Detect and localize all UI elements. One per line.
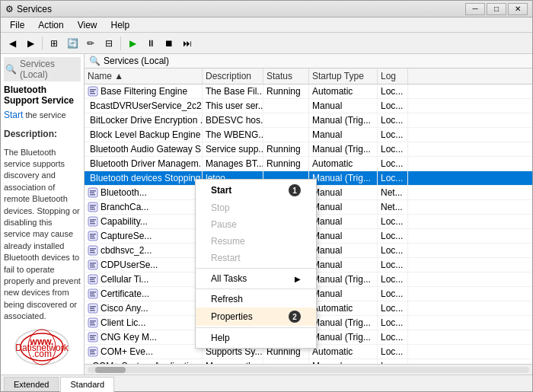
table-row[interactable]: COM+ System Application Manages th... Ma… — [85, 359, 532, 364]
svg-rect-43 — [90, 219, 96, 221]
svg-rect-40 — [90, 207, 94, 209]
service-name-cell: Cellular Ti... — [85, 272, 203, 286]
svg-rect-72 — [90, 323, 94, 324]
menu-action[interactable]: Action — [32, 18, 69, 32]
properties-toolbar-button[interactable]: ⊟ — [101, 35, 117, 52]
service-name-cell: Capability... — [85, 215, 203, 228]
restart-service-button[interactable]: ⏭ — [179, 35, 196, 52]
service-name-cell: Bluetooth Audio Gateway S... — [85, 142, 203, 156]
service-startup-cell: Manual (Trig... — [309, 113, 378, 127]
show-hide-button[interactable]: ⊞ — [46, 35, 62, 52]
context-menu-item-refresh[interactable]: Refresh — [196, 291, 316, 308]
service-desc-cell: Manages th... — [203, 359, 263, 364]
table-row[interactable]: Block Level Backup Engine ... The WBENG.… — [85, 128, 532, 142]
pause-service-button[interactable]: ⏸ — [142, 35, 159, 52]
stop-service-button[interactable]: ⏹ — [161, 35, 177, 52]
service-name-cell: COM+ System Application — [85, 359, 203, 364]
horizontal-scrollbar[interactable] — [85, 364, 532, 374]
context-menu-item-help[interactable]: Help — [196, 330, 316, 346]
table-row[interactable]: BitLocker Drive Encryption ... BDESVC ho… — [85, 113, 532, 128]
svg-rect-55 — [90, 263, 96, 264]
service-name-cell: Block Level Backup Engine ... — [85, 128, 203, 142]
service-log-cell: Loc... — [378, 171, 408, 185]
context-menu-item-properties[interactable]: Properties2 — [196, 308, 316, 326]
start-service-link[interactable]: Start — [4, 110, 23, 120]
col-header-status[interactable]: Status — [263, 69, 309, 84]
maximize-button[interactable]: □ — [487, 3, 506, 15]
service-name-cell: CDPUserSe... — [85, 258, 203, 272]
svg-rect-53 — [90, 252, 95, 253]
service-log-cell: Loc... — [378, 84, 408, 98]
svg-rect-36 — [90, 193, 94, 194]
left-panel-title: 🔍 Services (Local) — [4, 57, 81, 81]
context-menu-separator — [196, 268, 316, 269]
svg-rect-79 — [90, 349, 96, 351]
service-status-cell — [263, 113, 309, 127]
service-log-cell: Loc... — [378, 258, 408, 272]
col-header-description[interactable]: Description — [203, 69, 263, 84]
service-log-cell: Loc... — [378, 330, 408, 344]
start-service-button[interactable]: ▶ — [124, 35, 141, 52]
menu-file[interactable]: File — [4, 18, 30, 32]
scroll-thumb[interactable] — [95, 367, 126, 373]
title-buttons: ─ □ ✕ — [465, 3, 528, 15]
svg-rect-59 — [90, 277, 96, 279]
service-name-cell: Cisco Any... — [85, 301, 203, 315]
table-row[interactable]: BcastDVRUserService_2c225 This user ser.… — [85, 99, 532, 113]
service-name-cell: Bluetooth... — [85, 186, 203, 199]
main-content: 🔍 Services (Local) Bluetooth Support Ser… — [1, 54, 532, 374]
service-startup-cell: Automatic — [309, 301, 378, 315]
col-header-startup[interactable]: Startup Type — [309, 69, 378, 84]
menu-help[interactable]: Help — [105, 18, 136, 32]
service-desc-cell: The WBENG... — [203, 128, 263, 142]
service-name-cell: CNG Key M... — [85, 330, 203, 344]
service-log-cell: Loc... — [378, 128, 408, 142]
table-row[interactable]: Bluetooth Audio Gateway S... Service sup… — [85, 142, 532, 157]
services-window: ⚙ Services ─ □ ✕ File Action View Help ◀… — [0, 0, 533, 392]
context-menu-item-start[interactable]: Start1 — [196, 181, 316, 199]
service-startup-cell: Manual — [309, 128, 378, 142]
svg-rect-44 — [90, 221, 94, 223]
tab-extended[interactable]: Extended — [4, 377, 59, 391]
svg-rect-49 — [90, 237, 95, 239]
svg-rect-71 — [90, 320, 96, 322]
svg-rect-81 — [90, 353, 95, 355]
services-table: Name ▲ Description Status Startup Type L… — [85, 69, 532, 364]
back-button[interactable]: ◀ — [4, 35, 21, 52]
service-name-cell: Base Filtering Engine — [85, 84, 203, 98]
service-name-cell: BcastDVRUserService_2c225 — [85, 99, 203, 113]
service-log-cell: Loc... — [378, 215, 408, 228]
service-log-cell: Loc... — [378, 345, 408, 359]
service-log-cell: Loc... — [378, 157, 408, 171]
col-header-name[interactable]: Name ▲ — [85, 69, 203, 84]
context-menu: Start1StopPauseResumeRestartAll Tasks▶Re… — [195, 179, 317, 349]
service-startup-cell: Manual — [309, 244, 378, 257]
svg-rect-64 — [90, 294, 94, 295]
service-log-cell: Loc... — [378, 229, 408, 243]
table-row[interactable]: Bluetooth Driver Managem... Manages BT..… — [85, 157, 532, 171]
service-name-cell: Client Lic... — [85, 316, 203, 330]
tab-standard[interactable]: Standard — [60, 377, 114, 392]
service-logo: www. Datisnetwork .com — [4, 328, 81, 366]
window-title: Services — [17, 4, 52, 14]
refresh-button[interactable]: 🔄 — [64, 35, 81, 52]
minimize-button[interactable]: ─ — [465, 3, 485, 15]
context-menu-item-all-tasks[interactable]: All Tasks▶ — [196, 270, 316, 287]
svg-rect-39 — [90, 205, 96, 206]
service-name-cell: BitLocker Drive Encryption ... — [85, 113, 203, 127]
col-header-log[interactable]: Log — [378, 69, 408, 84]
svg-rect-7 — [90, 89, 96, 91]
table-row[interactable]: Base Filtering Engine The Base Fil... Ru… — [85, 84, 532, 99]
close-button[interactable]: ✕ — [508, 3, 528, 15]
svg-text:.com: .com — [32, 349, 52, 359]
service-name-cell: CaptureSe... — [85, 229, 203, 243]
right-panel-title: Services (Local) — [104, 56, 169, 66]
menu-view[interactable]: View — [72, 18, 104, 32]
svg-rect-80 — [90, 352, 94, 353]
service-log-cell: Loc... — [378, 287, 408, 301]
forward-button[interactable]: ▶ — [22, 35, 39, 52]
export-button[interactable]: ✏ — [82, 35, 99, 52]
scroll-track — [88, 367, 529, 373]
service-icon — [88, 231, 98, 241]
title-bar: ⚙ Services ─ □ ✕ — [1, 1, 532, 18]
